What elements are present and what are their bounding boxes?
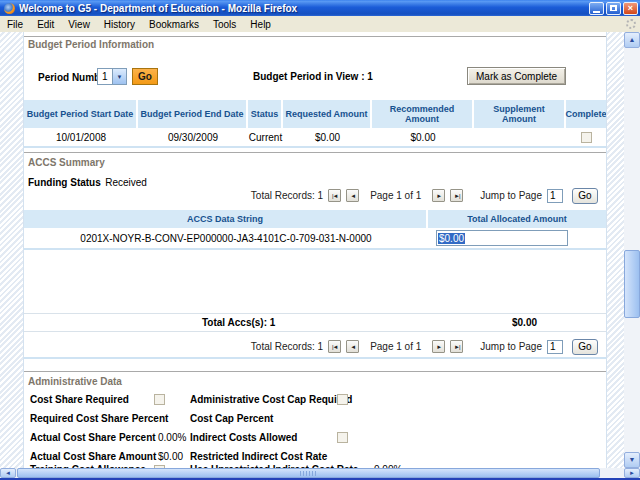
actual-cost-share-percent-label: Actual Cost Share Percent — [30, 432, 156, 443]
jump-to-page-label: Jump to Page — [480, 190, 542, 201]
funding-status: Funding Status Received — [28, 172, 147, 190]
scroll-up-button[interactable]: ▲ — [624, 32, 640, 48]
minimize-icon — [593, 11, 600, 13]
total-records-label: Total Records: 1 — [251, 341, 323, 352]
cell-complete — [566, 128, 606, 146]
col-recommended: Recommended Amount — [372, 100, 474, 128]
page-content: Budget Period Information Period Number … — [23, 32, 607, 468]
actual-cost-share-percent-value: 0.00% — [158, 432, 186, 443]
cell-supplement — [474, 128, 566, 146]
total-allocated-input[interactable]: $0.00 — [436, 230, 568, 246]
divider — [24, 36, 606, 37]
cost-share-required-checkbox[interactable] — [154, 394, 165, 405]
admin-section-title: Administrative Data — [28, 376, 122, 387]
complete-checkbox[interactable] — [581, 132, 592, 143]
page-indicator: Page 1 of 1 — [370, 190, 421, 201]
total-accs-label: Total Accs(s): 1 — [202, 317, 275, 328]
accs-header-row: ACCS Data String Total Allocated Amount — [24, 210, 606, 228]
page-viewport: Budget Period Information Period Number … — [0, 32, 624, 468]
actual-cost-share-amount-label: Actual Cost Share Amount — [30, 451, 156, 462]
vertical-scroll-thumb[interactable] — [624, 250, 640, 318]
budget-period-in-view: Budget Period in View : 1 — [253, 71, 373, 82]
vertical-scrollbar[interactable]: ▲ ▼ — [624, 32, 640, 468]
next-page-button[interactable]: ► — [432, 189, 445, 202]
last-page-button[interactable]: ►| — [450, 189, 463, 202]
indirect-costs-allowed-label: Indirect Costs Allowed — [190, 432, 297, 443]
menu-tools[interactable]: Tools — [206, 18, 243, 31]
first-page-button[interactable]: |◄ — [328, 189, 341, 202]
page-indicator: Page 1 of 1 — [370, 341, 421, 352]
horizontal-scroll-thumb[interactable] — [17, 468, 600, 478]
jump-to-page-label: Jump to Page — [480, 341, 542, 352]
budget-table-row: 10/01/2008 09/30/2009 Current $0.00 $0.0… — [24, 128, 606, 148]
pagination-bottom: Total Records: 1 |◄ ◄ Page 1 of 1 ► ►| J… — [251, 338, 598, 355]
minimize-button[interactable] — [589, 2, 604, 15]
col-end-date: Budget Period End Date — [138, 100, 248, 128]
col-start-date: Budget Period Start Date — [24, 100, 138, 128]
actual-cost-share-amount-value: $0.00 — [158, 451, 183, 462]
menu-help[interactable]: Help — [243, 18, 278, 31]
divider — [24, 371, 606, 372]
col-requested: Requested Amount — [283, 100, 372, 128]
accs-table: ACCS Data String Total Allocated Amount … — [24, 210, 606, 250]
cost-share-required-label: Cost Share Required — [30, 394, 129, 405]
thumb-grip — [300, 471, 318, 476]
funding-status-value: Received — [105, 177, 147, 188]
maximize-button[interactable] — [606, 2, 621, 15]
scroll-down-button[interactable]: ▼ — [624, 452, 640, 468]
col-accs-data-string: ACCS Data String — [24, 210, 428, 228]
cell-requested: $0.00 — [283, 128, 372, 146]
scroll-right-button[interactable]: ► — [624, 468, 640, 478]
period-go-button[interactable]: Go — [132, 68, 158, 85]
total-accs-amount: $0.00 — [512, 317, 537, 328]
maximize-icon — [610, 5, 617, 11]
accs-section-title: ACCS Summary — [28, 157, 105, 168]
firefox-window: Welcome to G5 - Department of Education … — [0, 0, 640, 480]
next-page-button[interactable]: ► — [432, 340, 445, 353]
prev-page-button[interactable]: ◄ — [346, 340, 359, 353]
col-status: Status — [248, 100, 283, 128]
budget-table-header-row: Budget Period Start Date Budget Period E… — [24, 100, 606, 128]
jump-to-page-input[interactable] — [547, 189, 563, 203]
admin-cost-cap-checkbox[interactable] — [337, 394, 348, 405]
cell-end-date: 09/30/2009 — [138, 128, 248, 146]
budget-period-table: Budget Period Start Date Budget Period E… — [24, 100, 606, 148]
window-title: Welcome to G5 - Department of Education … — [19, 3, 589, 14]
scroll-left-button[interactable]: ◄ — [0, 468, 16, 478]
menu-edit[interactable]: Edit — [30, 18, 61, 31]
menubar: File Edit View History Bookmarks Tools H… — [0, 16, 640, 32]
divider — [24, 152, 606, 153]
prev-page-button[interactable]: ◄ — [346, 189, 359, 202]
cell-recommended: $0.00 — [372, 128, 474, 146]
jump-go-button[interactable]: Go — [572, 339, 598, 355]
firefox-icon — [4, 3, 15, 14]
col-supplement: Supplement Amount — [474, 100, 566, 128]
cell-status: Current — [248, 128, 283, 146]
jump-go-button[interactable]: Go — [572, 188, 598, 204]
selected-text: $0.00 — [438, 233, 465, 244]
last-page-button[interactable]: ►| — [450, 340, 463, 353]
close-button[interactable]: × — [623, 2, 638, 15]
menu-history[interactable]: History — [97, 18, 142, 31]
cell-start-date: 10/01/2008 — [24, 128, 138, 146]
first-page-button[interactable]: |◄ — [328, 340, 341, 353]
menu-view[interactable]: View — [61, 18, 97, 31]
accs-data-string: 0201X-NOYR-B-CONV-EP000000-JA3-4101C-0-7… — [24, 228, 428, 248]
admin-cost-cap-label: Administrative Cost Cap Required — [190, 394, 352, 405]
col-complete: Complete — [566, 100, 606, 128]
divider — [24, 331, 606, 332]
budget-period-section-title: Budget Period Information — [28, 39, 154, 50]
jump-to-page-input[interactable] — [547, 340, 563, 354]
funding-status-label: Funding Status — [28, 177, 101, 188]
period-number-select[interactable]: 1 ▼ — [97, 68, 127, 85]
col-total-allocated: Total Allocated Amount — [428, 210, 606, 228]
chevron-down-icon[interactable]: ▼ — [112, 69, 126, 84]
menu-bookmarks[interactable]: Bookmarks — [142, 18, 206, 31]
restricted-indirect-cost-rate-label: Restricted Indirect Cost Rate — [190, 451, 327, 462]
indirect-costs-allowed-checkbox[interactable] — [337, 432, 348, 443]
total-records-label: Total Records: 1 — [251, 190, 323, 201]
menu-file[interactable]: File — [0, 18, 30, 31]
mark-as-complete-button[interactable]: Mark as Complete — [467, 67, 566, 85]
divider — [24, 313, 606, 314]
horizontal-scrollbar[interactable]: ◄ ► — [0, 468, 640, 478]
